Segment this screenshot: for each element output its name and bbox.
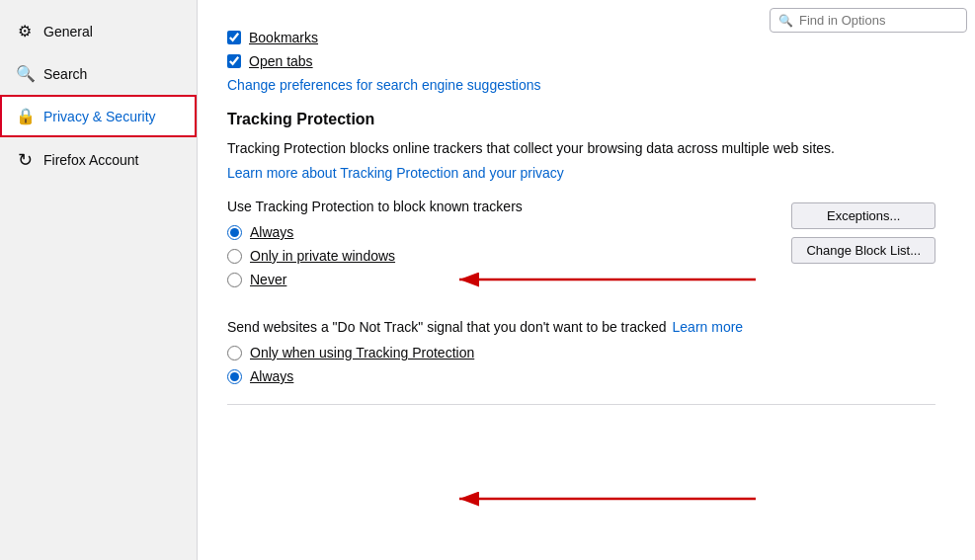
find-in-options-input[interactable] — [799, 13, 958, 28]
dnt-always-radio-row: Always — [227, 368, 935, 384]
tracking-layout: Use Tracking Protection to block known t… — [227, 199, 935, 295]
find-icon: 🔍 — [778, 14, 793, 28]
private-only-radio[interactable] — [227, 249, 242, 264]
dnt-always-label: Always — [250, 368, 293, 384]
main-content: 🔍 Bookmarks Open tabs Change preferences… — [198, 0, 975, 560]
sidebar-item-firefox-account[interactable]: ↻ Firefox Account — [0, 137, 197, 183]
sidebar-item-label: Firefox Account — [43, 152, 139, 168]
arrow-annotation-dnt-always — [449, 484, 766, 514]
never-radio[interactable] — [227, 273, 242, 287]
sidebar-item-label: General — [43, 24, 93, 40]
dnt-label: Send websites a "Do Not Track" signal th… — [227, 319, 935, 335]
sidebar-item-general[interactable]: ⚙ General — [0, 10, 197, 52]
section-divider — [227, 404, 935, 405]
search-icon: 🔍 — [16, 64, 34, 83]
open-tabs-checkbox[interactable] — [227, 54, 241, 68]
never-radio-row: Never — [227, 272, 791, 287]
sidebar-item-label: Search — [43, 66, 87, 82]
tracking-protection-section: Tracking Protection Tracking Protection … — [227, 111, 935, 295]
checkboxes-section: Bookmarks Open tabs Change preferences f… — [227, 30, 935, 111]
open-tabs-checkbox-row: Open tabs — [227, 53, 935, 69]
tracking-buttons: Exceptions... Change Block List... — [791, 202, 935, 264]
bookmarks-checkbox[interactable] — [227, 31, 241, 44]
only-tracking-radio[interactable] — [227, 346, 242, 360]
private-only-radio-row: Only in private windows — [227, 248, 791, 264]
dnt-always-radio[interactable] — [227, 369, 242, 384]
always-radio[interactable] — [227, 225, 242, 240]
open-tabs-label: Open tabs — [249, 53, 313, 69]
always-label: Always — [250, 224, 293, 240]
sync-icon: ↻ — [16, 149, 34, 171]
change-block-list-button[interactable]: Change Block List... — [791, 237, 935, 264]
always-radio-row: Always — [227, 224, 791, 240]
topbar: 🔍 — [770, 8, 967, 33]
sidebar-item-label: Privacy & Security — [43, 109, 156, 124]
dnt-section: Send websites a "Do Not Track" signal th… — [227, 319, 935, 384]
sidebar: ⚙ General 🔍 Search 🔒 Privacy & Security … — [0, 0, 198, 560]
sidebar-item-privacy[interactable]: 🔒 Privacy & Security — [0, 95, 197, 137]
tracking-section-title: Tracking Protection — [227, 111, 935, 128]
bookmarks-label: Bookmarks — [249, 30, 318, 45]
private-only-label: Only in private windows — [250, 248, 395, 264]
dnt-learn-more-link[interactable]: Learn more — [673, 319, 744, 335]
only-tracking-label: Only when using Tracking Protection — [250, 345, 474, 360]
gear-icon: ⚙ — [16, 22, 34, 40]
lock-icon: 🔒 — [16, 107, 34, 125]
exceptions-button[interactable]: Exceptions... — [791, 202, 935, 229]
tracking-section-desc: Tracking Protection blocks online tracke… — [227, 138, 935, 159]
change-prefs-link[interactable]: Change preferences for search engine sug… — [227, 77, 541, 93]
tracking-options: Use Tracking Protection to block known t… — [227, 199, 791, 295]
sidebar-item-search[interactable]: 🔍 Search — [0, 52, 197, 95]
use-tracking-label: Use Tracking Protection to block known t… — [227, 199, 791, 214]
never-label: Never — [250, 272, 286, 287]
dnt-text: Send websites a "Do Not Track" signal th… — [227, 319, 667, 335]
only-tracking-radio-row: Only when using Tracking Protection — [227, 345, 935, 360]
tracking-learn-more-link[interactable]: Learn more about Tracking Protection and… — [227, 165, 564, 181]
find-in-options-box: 🔍 — [770, 8, 967, 33]
